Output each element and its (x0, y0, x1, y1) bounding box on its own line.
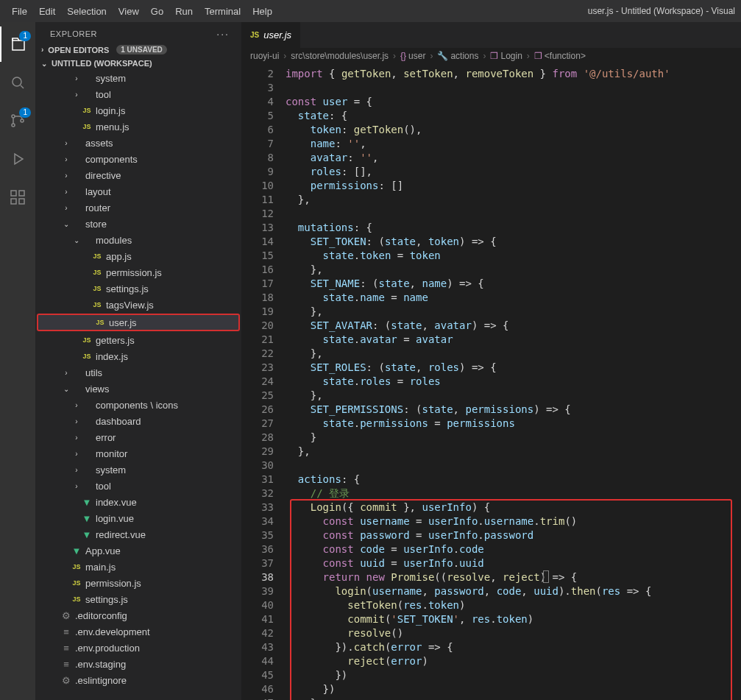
tree-label: login.vue (96, 513, 134, 524)
tree-label: settings.js (85, 594, 128, 605)
tree-label: index.vue (96, 497, 137, 508)
tree-label: system (96, 73, 126, 84)
tree-row[interactable]: ›error (35, 429, 241, 445)
tree-label: dashboard (96, 416, 141, 427)
tree-row[interactable]: JSsettings.js (35, 591, 241, 607)
chevron-icon: › (72, 74, 81, 82)
file-tree[interactable]: ›system›toolJSlogin.jsJSmenu.js›assets›c… (35, 70, 241, 700)
tree-row[interactable]: ›utils (35, 364, 241, 381)
tree-label: app.js (106, 251, 132, 262)
tree-row[interactable]: ▼index.vue (35, 494, 241, 510)
svg-rect-7 (19, 199, 24, 204)
menu-run[interactable]: Run (169, 3, 199, 20)
js-icon: JS (91, 252, 103, 260)
chevron-icon: › (72, 91, 81, 99)
tree-row[interactable]: ▼login.vue (35, 510, 241, 526)
open-editors-header[interactable]: › OPEN EDITORS 1 UNSAVED (35, 43, 241, 57)
explorer-more-icon[interactable]: ··· (216, 28, 230, 40)
extensions-icon[interactable] (0, 180, 35, 215)
code-line: } (286, 431, 741, 445)
code-line: }, (286, 389, 741, 403)
menu-go[interactable]: Go (145, 3, 169, 20)
menu-edit[interactable]: Edit (33, 3, 61, 20)
breadcrumb-item[interactable]: {}user (400, 51, 425, 61)
breadcrumb-item[interactable]: 🔧actions (437, 51, 478, 61)
tree-row[interactable]: ▼redirect.vue (35, 526, 241, 542)
tree-row[interactable]: JStagsView.js (35, 297, 241, 313)
tree-row[interactable]: JSlogin.js (35, 102, 241, 119)
tree-row[interactable]: ⌄modules (35, 232, 241, 248)
tree-label: permission.js (106, 267, 162, 278)
breadcrumb-item[interactable]: src\store\modules\user.js (291, 51, 389, 61)
tree-row[interactable]: JSindex.js (35, 348, 241, 364)
tree-row[interactable]: ›tool (35, 478, 241, 494)
tree-row[interactable]: JSpermission.js (35, 264, 241, 280)
tree-row[interactable]: JSpermission.js (35, 575, 241, 591)
tree-row[interactable]: JSsettings.js (35, 280, 241, 297)
gear-icon: ⚙ (60, 675, 72, 686)
menu-selection[interactable]: Selection (61, 3, 112, 20)
tree-row[interactable]: ⚙.editorconfig (35, 607, 241, 623)
tree-row[interactable]: ›system (35, 70, 241, 86)
menu-file[interactable]: File (6, 3, 33, 20)
svg-point-2 (12, 124, 15, 127)
breadcrumb-item[interactable]: ❒Login (490, 51, 522, 61)
tree-row[interactable]: ⚙.eslintignore (35, 672, 241, 688)
menu-terminal[interactable]: Terminal (199, 3, 247, 20)
tree-row[interactable]: ›dashboard (35, 413, 241, 429)
workspace-header[interactable]: ⌄ UNTITLED (WORKSPACE) (35, 57, 241, 70)
code-line: state.token = token (286, 249, 741, 263)
tree-row[interactable]: ⌄store (35, 216, 241, 232)
tree-label: modules (96, 235, 132, 246)
workspace-label: UNTITLED (WORKSPACE) (52, 59, 152, 68)
code-line (286, 207, 741, 221)
env-icon: ≡ (60, 643, 72, 654)
svg-point-3 (21, 119, 24, 122)
code-editor[interactable]: 2345678910111213141516171819202122232425… (241, 64, 741, 700)
tree-row[interactable]: ▼App.vue (35, 542, 241, 559)
tree-row[interactable]: JSgetters.js (35, 332, 241, 348)
tree-row[interactable]: ›assets (35, 135, 241, 151)
js-icon: JS (91, 269, 103, 276)
source-control-icon[interactable]: 1 (0, 103, 35, 138)
run-debug-icon[interactable] (0, 141, 35, 177)
chevron-icon: › (72, 450, 81, 458)
tree-row[interactable]: ≡.env.production (35, 640, 241, 656)
code-content[interactable]: import { getToken, setToken, removeToken… (286, 64, 741, 700)
cube-icon: ❒ (534, 51, 542, 61)
tree-row[interactable]: JSapp.js (35, 248, 241, 264)
tree-row[interactable]: ›router (35, 199, 241, 216)
tree-row[interactable]: ›components (35, 151, 241, 167)
tree-row[interactable]: JSmain.js (35, 559, 241, 575)
menu-help[interactable]: Help (247, 3, 278, 20)
tree-row[interactable]: ≡.env.staging (35, 656, 241, 672)
explorer-icon[interactable]: 1 (0, 26, 35, 62)
tab-user-js[interactable]: JS user.js (241, 22, 301, 48)
tree-row[interactable]: ›tool (35, 86, 241, 102)
vue-icon: ▼ (81, 513, 93, 524)
code-line: state.roles = roles (286, 375, 741, 389)
code-line: SET_PERMISSIONS: (state, permissions) =>… (286, 403, 741, 417)
search-icon[interactable] (0, 65, 35, 100)
tree-row[interactable]: ›layout (35, 183, 241, 199)
tree-row[interactable]: ›system (35, 462, 241, 478)
tree-row[interactable]: ›components \ icons (35, 397, 241, 413)
explorer-title: EXPLORER (50, 29, 97, 38)
tree-label: login.js (96, 105, 125, 116)
code-line (286, 459, 741, 473)
chevron-icon: › (72, 401, 81, 409)
tree-row[interactable]: ›monitor (35, 445, 241, 462)
vue-icon: ▼ (81, 497, 93, 508)
breadcrumbs[interactable]: ruoyi-ui›src\store\modules\user.js›{}use… (241, 48, 741, 64)
tree-row[interactable]: JSuser.js (37, 314, 240, 331)
tree-row[interactable]: ›directive (35, 167, 241, 183)
tree-row[interactable]: JSmenu.js (35, 119, 241, 135)
tree-row[interactable]: ⌄views (35, 381, 241, 397)
breadcrumb-item[interactable]: ❒<function> (534, 51, 586, 61)
tree-label: monitor (96, 448, 127, 459)
breadcrumb-item[interactable]: ruoyi-ui (250, 51, 279, 61)
menu-view[interactable]: View (113, 3, 145, 20)
tree-row[interactable]: ≡.env.development (35, 623, 241, 640)
chevron-icon: › (62, 204, 71, 212)
tree-label: .env.production (75, 643, 140, 654)
